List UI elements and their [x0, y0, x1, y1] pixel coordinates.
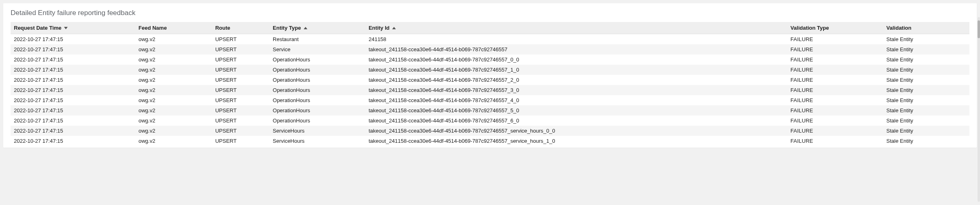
cell-validation-type: FAILURE: [787, 55, 883, 65]
cell-validation-type: FAILURE: [787, 126, 883, 136]
cell-feed-name: owg.v2: [135, 65, 212, 75]
cell-validation: Stale Entity: [883, 75, 969, 85]
cell-validation-type: FAILURE: [787, 105, 883, 116]
cell-validation: Stale Entity: [883, 34, 969, 45]
cell-validation: Stale Entity: [883, 44, 969, 55]
cell-validation-type: FAILURE: [787, 34, 883, 45]
cell-entity-id: takeout_241158-ccea30e6-44df-4514-b069-7…: [365, 116, 787, 126]
cell-entity-type: Restaurant: [269, 34, 365, 45]
table-row[interactable]: 2022-10-27 17:47:15owg.v2UPSERTServiceHo…: [11, 126, 969, 136]
col-header-validation[interactable]: Validation: [883, 22, 969, 34]
cell-feed-name: owg.v2: [135, 116, 212, 126]
cell-validation-type: FAILURE: [787, 95, 883, 105]
col-header-request-date-time[interactable]: Request Date Time: [11, 22, 135, 34]
entity-failure-table: Request Date Time Feed Name Route Entity…: [11, 22, 969, 146]
cell-feed-name: owg.v2: [135, 34, 212, 45]
table-row[interactable]: 2022-10-27 17:47:15owg.v2UPSERTOperation…: [11, 95, 969, 105]
cell-request-date-time: 2022-10-27 17:47:15: [11, 116, 135, 126]
cell-validation-type: FAILURE: [787, 44, 883, 55]
cell-validation: Stale Entity: [883, 116, 969, 126]
cell-request-date-time: 2022-10-27 17:47:15: [11, 55, 135, 65]
table-row[interactable]: 2022-10-27 17:47:15owg.v2UPSERTOperation…: [11, 55, 969, 65]
table-row[interactable]: 2022-10-27 17:47:15owg.v2UPSERTOperation…: [11, 65, 969, 75]
cell-validation: Stale Entity: [883, 105, 969, 116]
report-card: Detailed Entity failure reporting feedba…: [3, 3, 977, 148]
cell-route: UPSERT: [212, 126, 269, 136]
table-row[interactable]: 2022-10-27 17:47:15owg.v2UPSERTOperation…: [11, 116, 969, 126]
cell-request-date-time: 2022-10-27 17:47:15: [11, 75, 135, 85]
cell-request-date-time: 2022-10-27 17:47:15: [11, 126, 135, 136]
cell-validation-type: FAILURE: [787, 75, 883, 85]
cell-entity-type: OperationHours: [269, 65, 365, 75]
cell-validation: Stale Entity: [883, 95, 969, 105]
col-label: Validation: [886, 25, 911, 31]
cell-route: UPSERT: [212, 44, 269, 55]
cell-request-date-time: 2022-10-27 17:47:15: [11, 95, 135, 105]
col-label: Entity Id: [369, 25, 389, 31]
col-header-validation-type[interactable]: Validation Type: [787, 22, 883, 34]
cell-entity-type: OperationHours: [269, 75, 365, 85]
sort-asc-icon: [304, 27, 307, 29]
cell-entity-type: ServiceHours: [269, 126, 365, 136]
col-label: Feed Name: [139, 25, 167, 31]
sort-asc-icon: [392, 27, 396, 29]
cell-entity-id: takeout_241158-ccea30e6-44df-4514-b069-7…: [365, 55, 787, 65]
col-header-route[interactable]: Route: [212, 22, 269, 34]
cell-feed-name: owg.v2: [135, 85, 212, 95]
cell-feed-name: owg.v2: [135, 95, 212, 105]
cell-feed-name: owg.v2: [135, 75, 212, 85]
cell-route: UPSERT: [212, 65, 269, 75]
scrollbar-thumb[interactable]: [978, 20, 980, 38]
cell-validation: Stale Entity: [883, 85, 969, 95]
cell-request-date-time: 2022-10-27 17:47:15: [11, 85, 135, 95]
cell-route: UPSERT: [212, 136, 269, 146]
cell-validation-type: FAILURE: [787, 136, 883, 146]
table-row[interactable]: 2022-10-27 17:47:15owg.v2UPSERTServiceta…: [11, 44, 969, 55]
cell-entity-id: takeout_241158-ccea30e6-44df-4514-b069-7…: [365, 105, 787, 116]
col-label: Validation Type: [790, 25, 829, 31]
col-label: Route: [215, 25, 230, 31]
cell-feed-name: owg.v2: [135, 44, 212, 55]
table-row[interactable]: 2022-10-27 17:47:15owg.v2UPSERTOperation…: [11, 85, 969, 95]
cell-feed-name: owg.v2: [135, 136, 212, 146]
col-header-entity-type[interactable]: Entity Type: [269, 22, 365, 34]
cell-entity-type: OperationHours: [269, 55, 365, 65]
cell-entity-id: takeout_241158-ccea30e6-44df-4514-b069-7…: [365, 95, 787, 105]
cell-route: UPSERT: [212, 85, 269, 95]
col-header-feed-name[interactable]: Feed Name: [135, 22, 212, 34]
cell-validation: Stale Entity: [883, 136, 969, 146]
card-title: Detailed Entity failure reporting feedba…: [11, 9, 969, 17]
table-row[interactable]: 2022-10-27 17:47:15owg.v2UPSERTOperation…: [11, 75, 969, 85]
table-row[interactable]: 2022-10-27 17:47:15owg.v2UPSERTOperation…: [11, 105, 969, 116]
cell-entity-type: OperationHours: [269, 105, 365, 116]
cell-validation: Stale Entity: [883, 55, 969, 65]
cell-validation-type: FAILURE: [787, 85, 883, 95]
cell-request-date-time: 2022-10-27 17:47:15: [11, 65, 135, 75]
cell-request-date-time: 2022-10-27 17:47:15: [11, 44, 135, 55]
cell-validation-type: FAILURE: [787, 116, 883, 126]
cell-entity-type: OperationHours: [269, 85, 365, 95]
cell-feed-name: owg.v2: [135, 55, 212, 65]
vertical-scrollbar[interactable]: [978, 17, 980, 151]
col-label: Request Date Time: [14, 25, 62, 31]
cell-route: UPSERT: [212, 105, 269, 116]
cell-entity-id: takeout_241158-ccea30e6-44df-4514-b069-7…: [365, 126, 787, 136]
cell-entity-id: takeout_241158-ccea30e6-44df-4514-b069-7…: [365, 75, 787, 85]
cell-request-date-time: 2022-10-27 17:47:15: [11, 136, 135, 146]
table-row[interactable]: 2022-10-27 17:47:15owg.v2UPSERTServiceHo…: [11, 136, 969, 146]
cell-route: UPSERT: [212, 95, 269, 105]
table-row[interactable]: 2022-10-27 17:47:15owg.v2UPSERTRestauran…: [11, 34, 969, 45]
cell-feed-name: owg.v2: [135, 105, 212, 116]
cell-route: UPSERT: [212, 116, 269, 126]
cell-route: UPSERT: [212, 75, 269, 85]
cell-entity-id: 241158: [365, 34, 787, 45]
cell-entity-id: takeout_241158-ccea30e6-44df-4514-b069-7…: [365, 85, 787, 95]
cell-route: UPSERT: [212, 34, 269, 45]
cell-request-date-time: 2022-10-27 17:47:15: [11, 105, 135, 116]
cell-entity-id: takeout_241158-ccea30e6-44df-4514-b069-7…: [365, 136, 787, 146]
cell-entity-type: OperationHours: [269, 116, 365, 126]
cell-validation: Stale Entity: [883, 65, 969, 75]
cell-entity-type: ServiceHours: [269, 136, 365, 146]
col-label: Entity Type: [273, 25, 301, 31]
col-header-entity-id[interactable]: Entity Id: [365, 22, 787, 34]
